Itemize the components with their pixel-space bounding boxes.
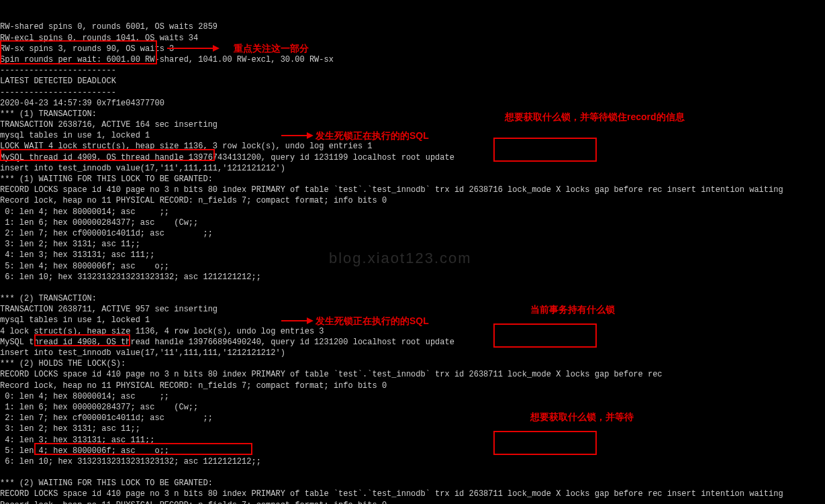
terminal-line: Spin rounds per wait: 6001.00 RW-shared,… <box>0 54 825 65</box>
terminal-line: LATEST DETECTED DEADLOCK <box>0 76 825 87</box>
terminal-line: *** (1) WAITING FOR THIS LOCK TO BE GRAN… <box>0 174 825 185</box>
terminal-line: RW-shared spins 0, rounds 6001, OS waits… <box>0 21 825 32</box>
terminal-line: LOCK WAIT 4 lock struct(s), heap size 11… <box>0 141 825 152</box>
annotation-label-2: 想要获取什么锁，并等待锁住record的信息 <box>505 111 685 123</box>
annotation-label-4: 当前事务持有什么锁 <box>530 303 615 316</box>
terminal-line: MySQL thread id 4909, OS thread handle 1… <box>0 152 825 163</box>
terminal-line: insert into test_innodb value(17,'11',11… <box>0 163 825 174</box>
terminal-line <box>0 467 825 478</box>
terminal-line: RW-excl spins 0, rounds 1041, OS waits 3… <box>0 33 825 44</box>
terminal-line: 1: len 6; hex 000000284377; asc (Cw;; <box>0 217 825 228</box>
terminal-line: ------------------------ <box>0 65 825 76</box>
terminal-line: Record lock, heap no 11 PHYSICAL RECORD:… <box>0 381 825 391</box>
terminal-line: 2: len 7; hex cf000001c4011d; asc ;; <box>0 413 825 423</box>
terminal-line: *** (1) TRANSACTION: <box>0 109 825 119</box>
annotation-label-3: 发生死锁正在执行的的SQL <box>316 130 429 142</box>
terminal-line: 0: len 4; hex 80000014; asc ;; <box>0 207 825 217</box>
terminal-line: 0: len 4; hex 80000014; asc ;; <box>0 391 825 402</box>
terminal-line: 5: len 4; hex 8000006f; asc o;; <box>0 446 825 456</box>
annotation-label-1: 重点关注这一部分 <box>234 42 309 55</box>
terminal-line: 4 lock struct(s), heap size 1136, 4 row … <box>0 326 825 337</box>
terminal-line: 3: len 2; hex 3131; asc 11;; <box>0 423 825 434</box>
terminal-line: RECORD LOCKS space id 410 page no 3 n bi… <box>0 369 825 380</box>
terminal-line: Record lock, heap no 11 PHYSICAL RECORD:… <box>0 195 825 206</box>
terminal-line: RECORD LOCKS space id 410 page no 3 n bi… <box>0 185 825 195</box>
terminal-line: 2: len 7; hex cf000001c4011d; asc ;; <box>0 228 825 239</box>
terminal-line: 2020-04-23 14:57:39 0x7f1e04377700 <box>0 98 825 109</box>
terminal-line: 1: len 6; hex 000000284377; asc (Cw;; <box>0 402 825 413</box>
terminal-line: RECORD LOCKS space id 410 page no 3 n bi… <box>0 489 825 499</box>
terminal-line: *** (2) TRANSACTION: <box>0 293 825 304</box>
terminal-line <box>0 283 825 293</box>
terminal-line: *** (2) WAITING FOR THIS LOCK TO BE GRAN… <box>0 478 825 489</box>
terminal-line: RW-sx spins 3, rounds 90, OS waits 3 <box>0 44 825 54</box>
terminal-line: 6: len 10; hex 31323132313231323132; asc… <box>0 272 825 283</box>
terminal-line: MySQL thread id 4908, OS thread handle 1… <box>0 337 825 348</box>
watermark-text: blog.xiaot123.com <box>329 248 472 268</box>
annotation-label-6: 想要获取什么锁，并等待 <box>530 411 634 423</box>
terminal-line: *** (2) HOLDS THE LOCK(S): <box>0 358 825 369</box>
terminal-line: ------------------------ <box>0 87 825 98</box>
terminal-line: Record lock, heap no 11 PHYSICAL RECORD:… <box>0 500 825 504</box>
terminal-line: 4: len 3; hex 313131; asc 111;; <box>0 435 825 446</box>
terminal-line: TRANSACTION 2638711, ACTIVE 957 sec inse… <box>0 304 825 315</box>
terminal-line: 6: len 10; hex 31323132313231323132; asc… <box>0 456 825 467</box>
terminal-line: insert into test_innodb value(17,'11',11… <box>0 348 825 358</box>
terminal-line: TRANSACTION 2638716, ACTIVE 164 sec inse… <box>0 119 825 130</box>
annotation-label-5: 发生死锁正在执行的的SQL <box>316 315 429 327</box>
